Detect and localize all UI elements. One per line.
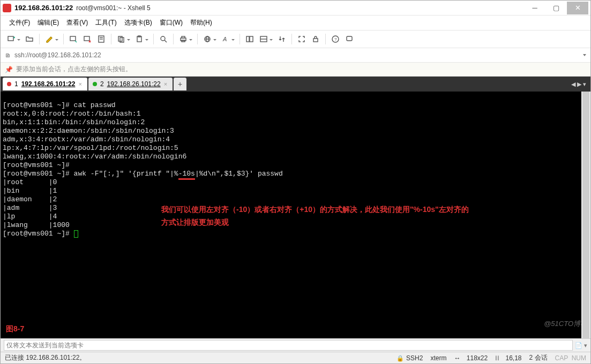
svg-rect-27 [313,39,318,42]
lock-icon[interactable] [309,33,322,46]
tab-label: 192.168.26.101:22 [21,80,76,88]
status-protocol: SSH2 [397,354,423,362]
menubar: 文件(F) 编辑(E) 查看(V) 工具(T) 选项卡(B) 窗口(W) 帮助(… [1,16,590,31]
annotation-underline: -10s [178,170,195,180]
status-sessions: 2 会话 [529,353,548,362]
tab-close-icon[interactable]: × [164,81,167,87]
window-subtitle: root@vms001:~ - Xshell 5 [76,4,151,12]
menu-view[interactable]: 查看(V) [63,17,91,28]
menu-tabs[interactable]: 选项卡(B) [121,17,155,28]
figure-label: 图8-7 [6,324,24,334]
tab-2[interactable]: 2 192.168.26.101:22 × [88,78,173,90]
disconnect-icon[interactable] [81,33,94,46]
menu-tools[interactable]: 工具(T) [92,17,119,28]
status-size: ↔ 118x22 [454,354,488,362]
svg-rect-17 [182,36,185,38]
menu-window[interactable]: 窗口(W) [156,17,186,28]
status-connection: 已连接 192.168.26.101:22。 [5,353,86,362]
svg-text:?: ? [334,37,337,42]
resize-icon: ↔ [454,354,460,362]
tab-close-icon[interactable]: × [78,81,81,87]
menu-edit[interactable]: 编辑(E) [34,17,62,28]
svg-rect-0 [8,36,13,41]
svg-rect-3 [70,36,76,41]
terminal-area[interactable]: [root@vms001 ~]# cat passwd root:x,0:0:r… [1,92,590,338]
copy-icon[interactable] [115,33,128,46]
address-lock-icon: 🗈 [5,51,11,59]
svg-rect-30 [347,36,352,41]
properties-icon[interactable] [95,33,108,46]
lock-small-icon [397,354,404,362]
titlebar: 192.168.26.101:22 root@vms001:~ - Xshell… [1,1,590,16]
window-title: 192.168.26.101:22 [14,4,73,12]
status-term: xterm [430,354,446,362]
status-cursor: ⁞⁞ 16,18 [495,354,521,362]
svg-rect-24 [250,36,253,42]
send-input[interactable] [4,340,573,351]
transfer-icon[interactable] [275,33,288,46]
svg-line-15 [164,40,167,42]
tab-status-icon [7,82,11,86]
new-session-icon[interactable] [5,33,18,46]
tab-index: 2 [100,80,104,88]
tab-bar: 1 192.168.26.101:22 × 2 192.168.26.101:2… [1,77,590,92]
status-bar: 已连接 192.168.26.101:22。 SSH2 xterm ↔ 118x… [1,352,590,363]
annotation-text: 我们可以使用左对齐（-10）或者右对齐（+10）的方式解决，此处我们使用"%-1… [161,203,469,229]
svg-point-14 [161,36,165,41]
pin-icon[interactable]: 📌 [5,66,13,73]
cursor-icon [74,230,78,238]
highlighter-icon[interactable] [43,33,56,46]
tab-index: 1 [14,80,18,88]
tab-label: 192.168.26.101:22 [107,80,161,88]
close-button[interactable]: ✕ [567,2,588,14]
menu-help[interactable]: 帮助(H) [187,17,215,28]
fullscreen-icon[interactable] [295,33,308,46]
font-icon[interactable]: A [219,33,232,46]
tab-status-icon [93,82,97,86]
compose-icon[interactable] [343,33,356,46]
open-icon[interactable] [23,33,36,46]
menu-file[interactable]: 文件(F) [6,17,33,28]
minimize-button[interactable]: ─ [524,2,545,14]
maximize-button[interactable]: ▢ [545,2,567,14]
send-bar: 📄 ▾ [1,338,590,352]
globe-icon[interactable] [201,33,214,46]
cursor-pos-icon: ⁞⁞ [495,354,499,362]
print-icon[interactable] [177,33,190,46]
scrollbar-vertical[interactable] [581,92,590,338]
reconnect-icon[interactable] [67,33,80,46]
svg-text:A: A [222,36,227,42]
status-caps: CAP NUM [555,354,586,362]
paste-icon[interactable] [133,33,146,46]
help-icon[interactable]: ? [329,33,342,46]
address-dropdown-icon[interactable] [583,54,586,56]
hint-text: 要添加当前会话，点击左侧的箭头按钮。 [16,65,132,74]
watermark: @51CTO博客 [544,319,587,329]
address-bar: 🗈 [1,48,590,63]
app-icon [3,4,11,12]
tab-add-button[interactable]: + [174,78,186,90]
svg-rect-4 [84,36,89,41]
tab-nav[interactable]: ◀ ▶ ▾ [567,81,590,88]
tab-1[interactable]: 1 192.168.26.101:22 × [3,78,87,90]
layout-icon[interactable] [257,33,270,46]
send-options[interactable]: 📄 ▾ [575,342,587,349]
scrollbar-thumb[interactable] [582,92,589,338]
toolbar: A ? [1,31,590,48]
sessions-panel-icon[interactable] [243,33,256,46]
svg-rect-23 [246,36,249,42]
hint-bar: 📌 要添加当前会话，点击左侧的箭头按钮。 [1,63,590,77]
address-input[interactable] [13,50,581,60]
find-icon[interactable] [157,33,170,46]
